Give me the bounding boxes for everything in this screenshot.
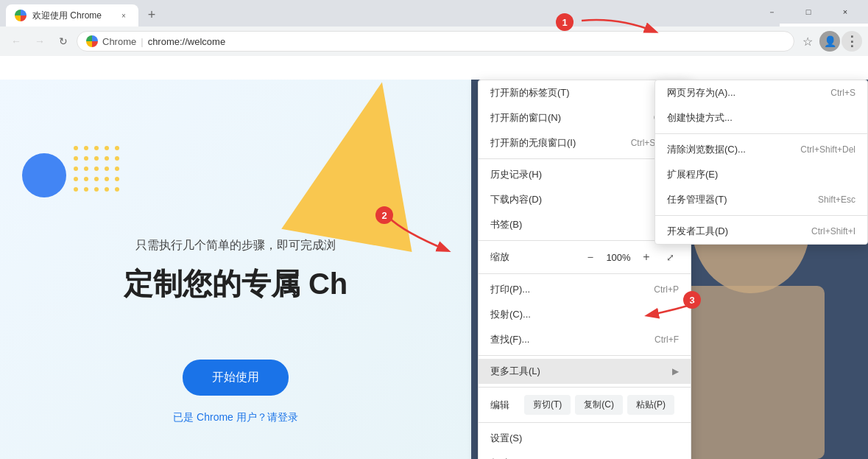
- menu-more-tools-arrow: ▶: [672, 366, 679, 376]
- decorative-dots: [74, 146, 121, 193]
- menu-divider-3: [479, 273, 691, 274]
- arrow-1-svg: [574, 13, 663, 43]
- dot: [115, 146, 119, 150]
- dot: [94, 167, 99, 171]
- menu-edit-label: 编辑: [490, 399, 520, 412]
- close-window-button[interactable]: ×: [828, 0, 862, 24]
- bookmark-button[interactable]: ☆: [797, 31, 818, 52]
- title-bar: 欢迎使用 Chrome × + － □ ×: [0, 0, 868, 24]
- menu-find-shortcut: Ctrl+F: [654, 334, 679, 345]
- menu-print-label: 打印(P)...: [490, 283, 530, 296]
- menu-print-shortcut: Ctrl+P: [654, 284, 679, 295]
- tab-close-button[interactable]: ×: [118, 10, 130, 21]
- login-link[interactable]: 已是 Chrome 用户？请登录: [0, 411, 471, 424]
- maximize-button[interactable]: □: [791, 0, 825, 24]
- menu-new-window-label: 打开新的窗口(N): [490, 111, 561, 125]
- minimize-button[interactable]: －: [755, 0, 788, 24]
- arrow-2-svg: [374, 210, 462, 262]
- address-separator: |: [141, 36, 143, 47]
- submenu-extensions[interactable]: 扩展程序(E): [655, 162, 867, 187]
- forward-button[interactable]: →: [29, 31, 50, 52]
- menu-find[interactable]: 查找(F)... Ctrl+F: [479, 327, 691, 352]
- menu-copy-button[interactable]: 复制(C): [575, 395, 623, 415]
- tab-title: 欢迎使用 Chrome: [32, 10, 102, 22]
- submenu-devtools-label: 开发者工具(D): [667, 225, 728, 238]
- menu-bookmarks-label: 书签(B): [490, 218, 522, 231]
- menu-more-tools-label: 更多工具(L): [490, 365, 540, 378]
- dot: [94, 177, 99, 181]
- submenu-task-manager-shortcut: Shift+Esc: [818, 195, 855, 205]
- dot: [84, 167, 88, 171]
- zoom-fullscreen-button[interactable]: ⤢: [661, 248, 679, 266]
- submenu-save-page[interactable]: 网页另存为(A)... Ctrl+S: [655, 80, 867, 105]
- dot: [94, 156, 99, 161]
- menu-incognito-label: 打开新的无痕窗口(I): [490, 136, 576, 150]
- zoom-controls: － 100% + ⤢: [582, 248, 679, 266]
- submenu-devtools[interactable]: 开发者工具(D) Ctrl+Shift+I: [655, 219, 867, 244]
- tab-bar: 欢迎使用 Chrome × +: [0, 0, 780, 27]
- dot: [94, 146, 99, 150]
- dot: [105, 146, 109, 150]
- page-content: 只需执行几个简单的步骤，即可完成浏 定制您的专属 Ch 开始使用 已是 Chro…: [0, 80, 471, 459]
- submenu-clear-data[interactable]: 清除浏览数据(C)... Ctrl+Shift+Del: [655, 137, 867, 162]
- tab-favicon: [15, 10, 27, 21]
- chrome-menu-button[interactable]: ⋮: [841, 31, 862, 52]
- dot: [105, 167, 109, 171]
- submenu-create-shortcut[interactable]: 创建快捷方式...: [655, 105, 867, 130]
- dot: [74, 167, 78, 171]
- navigation-bar: ← → ↻ Chrome | chrome://welcome ☆ 👤 ⋮: [0, 27, 868, 56]
- dot: [74, 177, 78, 181]
- new-tab-button[interactable]: +: [141, 4, 162, 25]
- zoom-minus-button[interactable]: －: [582, 248, 599, 266]
- submenu-save-page-label: 网页另存为(A)...: [667, 86, 735, 99]
- submenu-save-page-shortcut: Ctrl+S: [830, 88, 855, 98]
- submenu-task-manager-label: 任务管理器(T): [667, 193, 727, 206]
- menu-divider-4: [479, 355, 691, 356]
- profile-button[interactable]: 👤: [819, 31, 840, 52]
- submenu-divider-2: [655, 215, 867, 216]
- dot: [84, 156, 88, 161]
- submenu-task-manager[interactable]: 任务管理器(T) Shift+Esc: [655, 187, 867, 212]
- dot: [94, 187, 99, 192]
- dot: [84, 177, 88, 181]
- submenu-clear-data-label: 清除浏览数据(C)...: [667, 143, 746, 156]
- menu-paste-button[interactable]: 粘贴(P): [627, 395, 674, 415]
- menu-divider-6: [479, 422, 691, 423]
- dot: [84, 187, 88, 192]
- menu-downloads-label: 下载内容(D): [490, 193, 542, 206]
- submenu-clear-data-shortcut: Ctrl+Shift+Del: [800, 144, 855, 155]
- dot: [84, 146, 88, 150]
- address-url: chrome://welcome: [148, 36, 225, 47]
- submenu-devtools-shortcut: Ctrl+Shift+I: [811, 226, 855, 236]
- active-tab[interactable]: 欢迎使用 Chrome ×: [6, 4, 138, 27]
- menu-history-label: 历史记录(H): [490, 168, 542, 181]
- menu-cut-button[interactable]: 剪切(T): [524, 395, 571, 415]
- dot: [115, 156, 119, 161]
- more-tools-submenu: 网页另存为(A)... Ctrl+S 创建快捷方式... 清除浏览数据(C)..…: [654, 80, 868, 245]
- menu-find-label: 查找(F)...: [490, 333, 529, 346]
- submenu-divider-1: [655, 133, 867, 134]
- dot: [74, 156, 78, 161]
- reload-button[interactable]: ↻: [53, 31, 74, 52]
- back-button[interactable]: ←: [6, 31, 27, 52]
- page-title: 定制您的专属 Ch: [0, 264, 471, 304]
- start-button[interactable]: 开始使用: [183, 360, 289, 396]
- dot: [74, 146, 78, 150]
- zoom-plus-button[interactable]: +: [638, 248, 655, 266]
- menu-settings-label: 设置(S): [490, 432, 522, 445]
- menu-edit-row: 编辑 剪切(T) 复制(C) 粘贴(P): [479, 390, 691, 419]
- menu-more-tools[interactable]: 更多工具(L) ▶: [479, 359, 691, 384]
- dot: [115, 177, 119, 181]
- menu-help[interactable]: 帮助(E) ▶: [479, 451, 691, 459]
- menu-zoom-row: 缩放 － 100% + ⤢: [479, 244, 691, 270]
- dot: [115, 187, 119, 192]
- submenu-create-shortcut-label: 创建快捷方式...: [667, 111, 733, 125]
- annotation-1: 1: [556, 13, 574, 31]
- dot: [115, 167, 119, 171]
- dot: [105, 156, 109, 161]
- page-background: 只需执行几个简单的步骤，即可完成浏 定制您的专属 Ch 开始使用 已是 Chro…: [0, 80, 471, 459]
- zoom-percent: 100%: [605, 252, 632, 263]
- address-bar[interactable]: Chrome | chrome://welcome: [77, 31, 794, 52]
- menu-settings[interactable]: 设置(S): [479, 426, 691, 451]
- menu-zoom-label: 缩放: [490, 250, 582, 264]
